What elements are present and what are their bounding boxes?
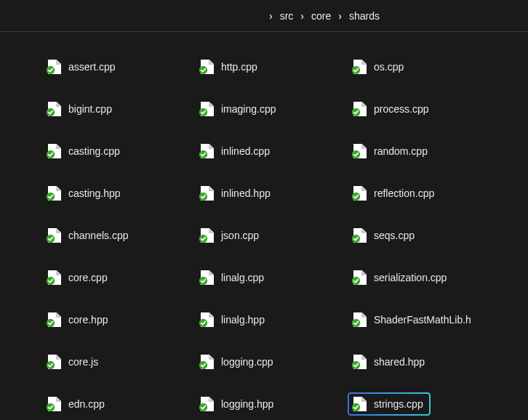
checkmark-badge-icon	[46, 192, 55, 201]
file-item[interactable]: json.cpp	[195, 224, 265, 247]
file-label: strings.cpp	[374, 398, 423, 410]
breadcrumb-segment-core[interactable]: core	[311, 10, 331, 22]
file-icon	[48, 397, 61, 411]
checkmark-badge-icon	[351, 403, 361, 412]
file-column: os.cppprocess.cpprandom.cppreflection.cp…	[348, 55, 500, 420]
file-item[interactable]: core.js	[42, 350, 104, 373]
checkmark-badge-icon	[46, 360, 55, 370]
file-item[interactable]: casting.cpp	[42, 140, 126, 163]
file-label: linalg.cpp	[221, 272, 264, 283]
file-icon	[201, 186, 214, 201]
file-label: logging.cpp	[221, 356, 273, 368]
checkmark-badge-icon	[199, 108, 208, 117]
file-item[interactable]: random.cpp	[348, 140, 433, 163]
breadcrumb-sep: ›	[338, 10, 342, 22]
file-item[interactable]: seqs.cpp	[348, 224, 420, 247]
file-icon	[353, 186, 367, 201]
file-label: imaging.cpp	[221, 103, 276, 115]
file-label: random.cpp	[374, 145, 428, 157]
file-label: core.js	[68, 356, 98, 368]
file-label: inlined.hpp	[221, 187, 271, 199]
file-icon	[353, 228, 367, 243]
file-icon	[201, 397, 214, 411]
file-label: linalg.hpp	[221, 314, 265, 326]
file-icon	[353, 355, 367, 369]
file-label: casting.hpp	[68, 187, 121, 199]
breadcrumb-segment-src[interactable]: src	[280, 10, 294, 22]
file-icon	[353, 270, 367, 285]
file-icon	[353, 397, 367, 411]
file-icon	[48, 102, 61, 116]
file-item[interactable]: assert.cpp	[42, 55, 121, 78]
file-item[interactable]: imaging.cpp	[195, 97, 282, 121]
file-label: inlined.cpp	[221, 145, 270, 157]
breadcrumb: › src › core › shards	[0, 0, 528, 32]
checkmark-badge-icon	[351, 108, 361, 117]
file-icon	[201, 144, 214, 158]
file-column: http.cppimaging.cppinlined.cppinlined.hp…	[195, 55, 348, 420]
file-label: seqs.cpp	[374, 230, 415, 241]
file-icon	[48, 270, 61, 285]
file-item[interactable]: strings.cpp	[348, 392, 431, 416]
checkmark-badge-icon	[199, 360, 208, 370]
checkmark-badge-icon	[46, 234, 55, 243]
file-item[interactable]: process.cpp	[348, 97, 434, 121]
breadcrumb-sep: ›	[300, 10, 304, 22]
file-icon	[353, 144, 367, 158]
file-item[interactable]: core.hpp	[42, 308, 113, 331]
file-icon	[48, 312, 61, 327]
file-item[interactable]: bigint.cpp	[42, 97, 118, 121]
checkmark-badge-icon	[46, 276, 55, 286]
file-label: core.hpp	[68, 314, 108, 326]
file-item[interactable]: linalg.hpp	[195, 308, 271, 331]
file-icon	[201, 102, 214, 116]
breadcrumb-sep: ›	[269, 10, 273, 22]
checkmark-badge-icon	[351, 192, 361, 201]
checkmark-badge-icon	[46, 403, 55, 412]
checkmark-badge-icon	[46, 150, 55, 159]
file-item[interactable]: inlined.cpp	[195, 140, 276, 163]
file-grid: assert.cppbigint.cppcasting.cppcasting.h…	[0, 32, 528, 420]
file-item[interactable]: serialization.cpp	[348, 266, 452, 289]
file-item[interactable]: core.cpp	[42, 266, 113, 289]
checkmark-badge-icon	[351, 276, 361, 286]
file-item[interactable]: shared.hpp	[348, 350, 431, 373]
file-item[interactable]: os.cpp	[348, 55, 409, 78]
checkmark-badge-icon	[199, 318, 208, 328]
file-item[interactable]: inlined.hpp	[195, 182, 276, 205]
file-column: assert.cppbigint.cppcasting.cppcasting.h…	[42, 55, 195, 420]
file-label: os.cpp	[374, 61, 404, 73]
checkmark-badge-icon	[199, 276, 208, 286]
file-item[interactable]: ShaderFastMathLib.h	[348, 308, 477, 331]
file-item[interactable]: http.cpp	[195, 55, 263, 78]
file-icon	[48, 60, 61, 74]
file-label: edn.cpp	[68, 398, 105, 410]
file-icon	[48, 228, 61, 243]
file-item[interactable]: linalg.cpp	[195, 266, 270, 289]
checkmark-badge-icon	[351, 318, 361, 328]
checkmark-badge-icon	[351, 150, 361, 159]
file-item[interactable]: logging.cpp	[195, 350, 279, 373]
file-icon	[353, 102, 367, 116]
file-label: channels.cpp	[68, 230, 129, 241]
file-item[interactable]: channels.cpp	[42, 224, 135, 247]
checkmark-badge-icon	[46, 65, 55, 75]
file-label: ShaderFastMathLib.h	[374, 314, 471, 326]
checkmark-badge-icon	[199, 150, 208, 159]
file-item[interactable]: edn.cpp	[42, 392, 111, 416]
file-icon	[201, 355, 214, 369]
file-icon	[201, 312, 214, 327]
file-icon	[353, 60, 367, 74]
file-label: bigint.cpp	[68, 103, 112, 115]
file-item[interactable]: reflection.cpp	[348, 182, 440, 205]
file-icon	[48, 186, 61, 201]
file-icon	[353, 312, 367, 327]
file-item[interactable]: logging.hpp	[195, 392, 279, 416]
checkmark-badge-icon	[351, 234, 361, 243]
file-icon	[48, 355, 61, 369]
file-item[interactable]: casting.hpp	[42, 182, 127, 205]
breadcrumb-segment-shards[interactable]: shards	[349, 10, 380, 22]
file-label: assert.cpp	[68, 61, 116, 73]
checkmark-badge-icon	[351, 65, 361, 75]
checkmark-badge-icon	[46, 108, 55, 117]
